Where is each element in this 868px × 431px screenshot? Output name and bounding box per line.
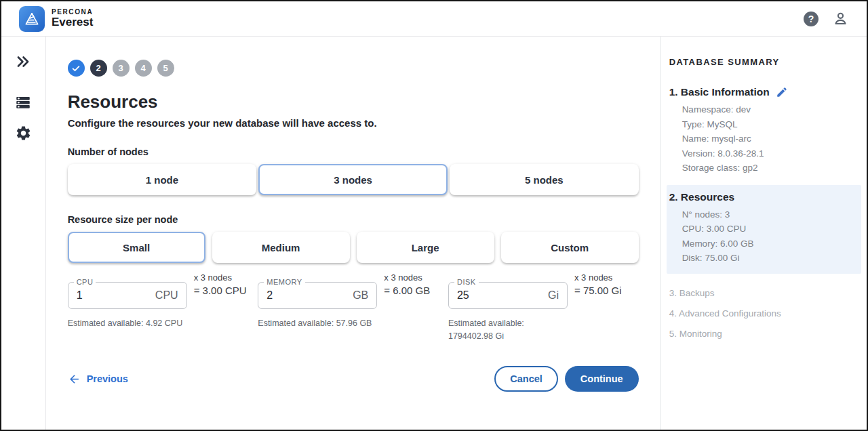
summary-title: DATABASE SUMMARY xyxy=(669,57,857,67)
cpu-estimated-available: Estimated available: 4.92 CPU xyxy=(68,317,184,330)
toggle-small[interactable]: Small xyxy=(68,232,205,263)
memory-total: = 6.00 GB xyxy=(384,285,430,296)
cpu-multiplier: x 3 nodes xyxy=(194,272,247,283)
brand-text: PERCONA Everest xyxy=(52,8,93,29)
app-header: PERCONA Everest ? xyxy=(1,1,867,37)
resources-heading: 2. Resources xyxy=(669,191,735,203)
help-icon[interactable]: ? xyxy=(804,12,818,26)
continue-button[interactable]: Continue xyxy=(565,366,639,392)
nav-rail xyxy=(1,37,46,430)
disk-field-group: DISK Gi Estimated available: 1794402.98 … xyxy=(448,282,639,343)
memory-input-label: MEMORY xyxy=(264,278,304,286)
edit-pencil-icon[interactable] xyxy=(776,86,788,98)
disk-estimated-available: Estimated available: 1794402.98 Gi xyxy=(448,317,565,343)
database-summary-panel: DATABASE SUMMARY 1. Basic Information Na… xyxy=(660,37,867,430)
toggle-1-node[interactable]: 1 node xyxy=(68,164,257,195)
step-3: 3 xyxy=(113,60,130,77)
summary-upcoming-steps: 3. Backups 4. Advanced Configurations 5.… xyxy=(669,286,857,342)
step-2-active: 2 xyxy=(90,60,107,77)
resource-fields-row: CPU CPU Estimated available: 4.92 CPU x … xyxy=(68,282,639,343)
check-icon xyxy=(71,64,81,73)
summary-item-namespace: Namespace: dev xyxy=(682,102,857,117)
summary-item-nodes: N° nodes: 3 xyxy=(682,207,857,222)
summary-step-monitoring: 5. Monitoring xyxy=(669,327,857,342)
brand-percona: PERCONA xyxy=(52,8,93,16)
summary-item-cpu: CPU: 3.00 CPU xyxy=(682,222,857,237)
disk-input-label: DISK xyxy=(454,278,479,286)
cancel-button[interactable]: Cancel xyxy=(494,366,558,392)
number-of-nodes-label: Number of nodes xyxy=(68,146,639,157)
databases-nav-icon[interactable] xyxy=(14,94,32,111)
toggle-5-nodes[interactable]: 5 nodes xyxy=(450,164,639,195)
wizard-stepper: 2 3 4 5 xyxy=(68,60,639,77)
nodes-toggle-group: 1 node 3 nodes 5 nodes xyxy=(68,164,639,195)
memory-multiplier: x 3 nodes xyxy=(384,272,430,283)
cpu-total: = 3.00 CPU xyxy=(194,285,247,296)
wizard-footer: Previous Cancel Continue xyxy=(68,366,639,392)
percona-everest-logo-icon[interactable] xyxy=(19,6,45,32)
disk-total: = 75.00 Gi xyxy=(574,285,622,296)
summary-item-disk: Disk: 75.00 Gi xyxy=(682,251,857,266)
cpu-input-label: CPU xyxy=(74,278,96,286)
cpu-input-box: CPU CPU xyxy=(68,282,187,309)
memory-estimated-available: Estimated available: 57.96 GB xyxy=(258,317,374,330)
size-toggle-group: Small Medium Large Custom xyxy=(68,232,639,263)
step-4: 4 xyxy=(135,60,152,77)
disk-input-box: DISK Gi xyxy=(448,282,568,309)
disk-unit: Gi xyxy=(548,289,559,302)
toggle-medium[interactable]: Medium xyxy=(212,232,350,263)
cpu-field-group: CPU CPU Estimated available: 4.92 CPU x … xyxy=(68,282,258,343)
page-subtitle: Configure the resources your new databas… xyxy=(68,117,639,129)
toggle-large[interactable]: Large xyxy=(357,232,494,263)
summary-section-resources: 2. Resources N° nodes: 3 CPU: 3.00 CPU M… xyxy=(667,185,861,274)
page-title: Resources xyxy=(68,91,639,112)
summary-section-basic-information: 1. Basic Information Namespace: dev Type… xyxy=(669,86,857,176)
disk-multiplier: x 3 nodes xyxy=(574,272,622,283)
toggle-custom[interactable]: Custom xyxy=(501,232,639,263)
step-1-complete xyxy=(68,60,85,77)
settings-gear-icon[interactable] xyxy=(15,125,32,142)
summary-item-memory: Memory: 6.00 GB xyxy=(682,237,857,251)
step-5: 5 xyxy=(157,60,174,77)
cpu-unit: CPU xyxy=(155,289,178,302)
memory-unit: GB xyxy=(353,289,368,302)
summary-item-name: Name: mysql-arc xyxy=(682,131,857,146)
disk-input[interactable] xyxy=(457,289,544,302)
expand-sidebar-icon[interactable] xyxy=(14,53,32,70)
memory-field-group: MEMORY GB Estimated available: 57.96 GB … xyxy=(258,282,448,343)
toggle-3-nodes[interactable]: 3 nodes xyxy=(258,164,448,195)
brand-everest: Everest xyxy=(52,16,93,29)
user-account-icon[interactable] xyxy=(832,10,849,27)
memory-input-box: MEMORY GB xyxy=(258,282,377,309)
summary-item-version: Version: 8.0.36-28.1 xyxy=(682,146,857,161)
resource-size-label: Resource size per node xyxy=(68,214,639,225)
summary-step-backups: 3. Backups xyxy=(669,286,857,301)
arrow-left-icon xyxy=(68,373,81,386)
previous-button[interactable]: Previous xyxy=(68,373,128,386)
basic-information-heading: 1. Basic Information xyxy=(669,86,770,98)
previous-label: Previous xyxy=(87,373,128,384)
memory-input[interactable] xyxy=(267,289,349,302)
summary-item-type: Type: MySQL xyxy=(682,117,857,132)
main-content: 2 3 4 5 Resources Configure the resource… xyxy=(46,37,660,430)
summary-item-storage-class: Storage class: gp2 xyxy=(682,161,857,176)
cpu-input[interactable] xyxy=(77,289,151,302)
summary-step-advanced-configurations: 4. Advanced Configurations xyxy=(669,306,857,321)
